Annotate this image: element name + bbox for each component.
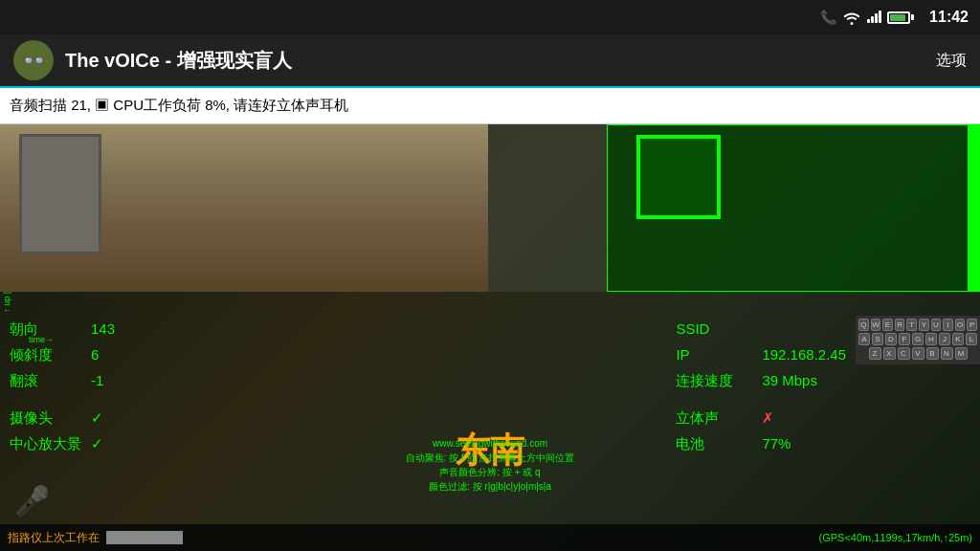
stereo-label: 立体声 (676, 405, 752, 430)
camera-label: 摄像头 (10, 405, 81, 430)
ip-value: 192.168.2.45 (762, 342, 846, 367)
photo-area (0, 124, 488, 292)
key-p: P (967, 319, 977, 331)
main-view: ↑ up | time→ 朝向 143 倾斜度 6 翻滚 -1 摄像头 ✓ 中心… (0, 124, 980, 551)
app-title: The vOICe - 增强现实盲人 (65, 48, 936, 74)
battery-value: 77% (762, 430, 791, 456)
key-j: J (939, 333, 950, 345)
keyboard-hint: Q W E R T Y U I O P A S D F G H J K L Z … (856, 316, 980, 364)
key-m: M (955, 347, 968, 360)
website-line2: 声音颜色分辨: 按 + 或 q (406, 465, 575, 479)
stereo-value: ✗ (762, 405, 774, 430)
roll-value: -1 (91, 367, 103, 393)
website-info: www.seeingwithsound.com 自动聚焦: 按 f 或 点打屏幕… (406, 436, 575, 494)
speed-value: 39 Mbps (762, 367, 817, 393)
key-x: X (883, 347, 896, 360)
key-r: R (895, 319, 905, 331)
key-row-1: Q W E R T Y U I O P (858, 319, 977, 331)
stereo-row: 立体声 ✗ (676, 405, 846, 430)
signal-icon (867, 10, 881, 26)
key-w: W (871, 319, 881, 331)
ssid-label: SSID (676, 316, 752, 342)
tilt-value: 6 (91, 342, 99, 367)
mic-icon: 🎤 (14, 484, 50, 518)
key-q: Q (858, 319, 869, 331)
key-s: S (872, 333, 883, 345)
speed-label: 连接速度 (676, 367, 752, 393)
speed-row: 连接速度 39 Mbps (676, 367, 846, 393)
website-line1: 自动聚焦: 按 f 或 点打屏幕上方中间位置 (406, 451, 575, 465)
tilt-row: 倾斜度 6 (10, 342, 115, 367)
y-axis-label: ↑ up | (3, 292, 11, 313)
green-vertical-bar (968, 125, 979, 292)
key-g: G (912, 333, 924, 345)
key-e: E (882, 319, 893, 331)
app-header: 👓 The vOICe - 增强现实盲人 选项 (0, 34, 980, 88)
key-n: N (941, 347, 953, 360)
glasses-icon: 👓 (22, 49, 46, 72)
website-line3: 颜色过滤: 按 r|g|b|c|y|o|m|s|a (406, 479, 575, 494)
green-panel (607, 124, 980, 292)
wifi-icon (842, 10, 861, 25)
data-overlay-left: 朝向 143 倾斜度 6 翻滚 -1 摄像头 ✓ 中心放大景 ✓ (10, 316, 115, 456)
zoom-row: 中心放大景 ✓ (10, 430, 115, 456)
battery-label: 电池 (676, 430, 752, 456)
key-row-3: Z X C V B N M (858, 347, 977, 360)
key-k: K (952, 333, 964, 345)
heading-row: 朝向 143 (10, 316, 115, 342)
roll-row: 翻滚 -1 (10, 367, 115, 393)
key-b: B (926, 347, 939, 360)
key-z: Z (869, 347, 881, 360)
zoom-value: ✓ (91, 430, 103, 456)
tilt-label: 倾斜度 (10, 342, 81, 367)
battery-row: 电池 77% (676, 430, 846, 456)
camera-row: 摄像头 ✓ (10, 405, 115, 430)
status-time: 11:42 (929, 9, 969, 26)
key-c: C (898, 347, 910, 360)
roll-label: 翻滚 (10, 367, 81, 393)
options-menu[interactable]: 选项 (936, 51, 967, 71)
key-d: D (885, 333, 897, 345)
key-a: A (858, 333, 870, 345)
info-text: 音频扫描 21, ▣ CPU工作负荷 8%, 请连好立体声耳机 (10, 97, 348, 115)
key-row-2: A S D F G H J K L (858, 333, 977, 345)
heading-value: 143 (91, 316, 115, 342)
camera-value: ✓ (91, 405, 103, 430)
info-bar: 音频扫描 21, ▣ CPU工作负荷 8%, 请连好立体声耳机 (0, 88, 980, 124)
bottom-left-text: 指路仪上次工作在 (8, 530, 819, 546)
key-f: F (899, 333, 910, 345)
ip-row: IP 192.168.2.45 (676, 342, 846, 367)
bottom-gps-text: (GPS<40m,1199s,17km/h,↑25m) (819, 532, 973, 543)
battery-icon (887, 11, 914, 24)
data-overlay-right: SSID IP 192.168.2.45 连接速度 39 Mbps 立体声 ✗ … (676, 316, 846, 456)
status-bar: 📞 11:42 (0, 0, 980, 34)
key-h: H (925, 333, 937, 345)
key-v: V (912, 347, 924, 360)
app-logo: 👓 (13, 40, 54, 80)
heading-label: 朝向 (10, 316, 81, 342)
key-i: I (943, 319, 953, 331)
phone-icon: 📞 (820, 10, 836, 25)
ssid-row: SSID (676, 316, 846, 342)
key-o: O (955, 319, 966, 331)
key-u: U (931, 319, 942, 331)
zoom-label: 中心放大景 (10, 430, 81, 456)
key-y: Y (919, 319, 929, 331)
website-url: www.seeingwithsound.com (406, 436, 575, 451)
key-l: L (966, 333, 977, 345)
ip-label: IP (676, 342, 752, 367)
bottom-bar: 指路仪上次工作在 (GPS<40m,1199s,17km/h,↑25m) (0, 524, 980, 551)
key-t: T (906, 319, 917, 331)
